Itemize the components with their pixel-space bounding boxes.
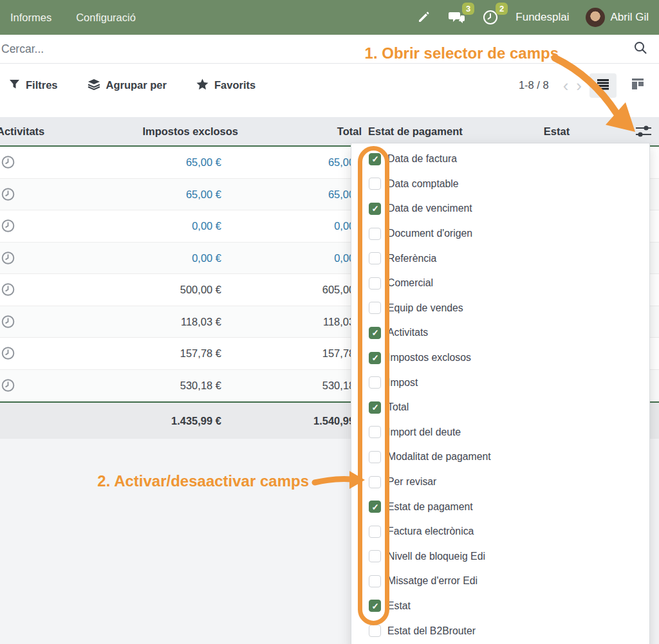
untaxed-amount: 530,18 € (64, 379, 221, 391)
total-amount: 605,00 € (232, 284, 364, 296)
checkbox-icon[interactable] (369, 302, 381, 314)
field-selector-option[interactable]: Impost (351, 370, 649, 395)
activity-clock-icon[interactable] (1, 251, 15, 264)
field-option-label: Total (387, 401, 409, 413)
main-menu: Informes Configuració (10, 12, 160, 24)
field-selector-option[interactable]: Data de venciment (351, 196, 649, 221)
field-option-label: Activitats (387, 327, 428, 338)
list-view-button[interactable] (589, 73, 617, 98)
favorites-label: Favorits (214, 79, 255, 91)
untaxed-amount: 0,00 € (64, 220, 221, 232)
activity-clock-icon[interactable] (1, 187, 15, 201)
total-amount: 65,00 € (232, 188, 364, 200)
search-input[interactable] (0, 42, 633, 56)
app-window: Informes Configuració 3 2 Fundesplai Abr… (0, 0, 659, 644)
field-selector-option[interactable]: Modalitat de pagament (351, 445, 649, 470)
checkbox-icon[interactable] (369, 178, 381, 190)
checkbox-icon[interactable] (369, 476, 381, 488)
field-selector-option[interactable]: Data comptable (351, 172, 649, 197)
field-selector-option[interactable]: Document d'origen (351, 221, 649, 246)
search-bar (0, 35, 659, 64)
activity-clock-icon[interactable] (1, 219, 15, 233)
field-option-label: Missatge d'error Edi (387, 575, 478, 587)
field-selector-option[interactable]: Factura electrònica (351, 519, 649, 544)
favorites-button[interactable]: Favorits (196, 78, 255, 93)
checkbox-icon[interactable] (369, 501, 381, 513)
checkbox-icon[interactable] (369, 600, 381, 612)
column-header-activities[interactable]: Activitats (0, 125, 44, 138)
field-selector-option[interactable]: Referència (351, 246, 649, 271)
checkbox-icon[interactable] (369, 277, 381, 290)
list-view-icon (597, 78, 609, 93)
checkbox-icon[interactable] (369, 327, 381, 339)
checkbox-icon[interactable] (369, 625, 381, 637)
field-selector-dropdown: Data de factura Data comptable Data de v… (351, 143, 650, 644)
field-option-label: Modalitat de pagament (387, 451, 491, 463)
field-selector-option[interactable]: Impostos exclosos (351, 345, 649, 371)
untaxed-amount: 118,03 € (64, 315, 221, 327)
activity-clock-icon[interactable] (1, 347, 15, 360)
pager-next-icon[interactable]: › (576, 77, 582, 94)
checkbox-icon[interactable] (369, 352, 381, 364)
kanban-view-button[interactable] (624, 73, 651, 98)
checkbox-icon[interactable] (369, 575, 381, 587)
checkbox-icon[interactable] (369, 401, 381, 414)
field-selector-option[interactable]: Total (351, 395, 649, 420)
field-selector-option[interactable]: Estat (351, 594, 649, 619)
checkbox-icon[interactable] (369, 451, 381, 463)
control-panel: Filtres Agrupar per Favorits 1-8 / 8 ‹ › (0, 64, 659, 107)
activities-clock-icon[interactable]: 2 (482, 9, 499, 26)
column-header-total[interactable]: Total (270, 125, 362, 138)
field-selector-option[interactable]: Data de factura (351, 147, 649, 172)
field-selector-option[interactable]: Per revisar (351, 470, 649, 495)
activity-clock-icon[interactable] (1, 315, 15, 328)
checkbox-icon[interactable] (369, 550, 381, 562)
pager-label: 1-8 / 8 (519, 79, 549, 91)
checkbox-icon[interactable] (369, 252, 381, 264)
field-selector-toggle-icon[interactable] (635, 124, 652, 141)
field-selector-option[interactable]: Import del deute (351, 420, 649, 445)
untaxed-amount: 500,00 € (64, 284, 221, 296)
user-menu[interactable]: Abril Gil (586, 8, 649, 27)
column-header-payment-status[interactable]: Estat de pagament (368, 125, 463, 138)
activity-clock-icon[interactable] (1, 283, 15, 297)
field-selector-option[interactable]: Estat de pagament (351, 494, 649, 519)
field-option-label: Document d'origen (387, 228, 472, 239)
untaxed-amount: 157,78 € (64, 347, 221, 360)
menu-informes[interactable]: Informes (10, 12, 51, 24)
kanban-view-icon (631, 78, 644, 93)
field-option-label: Comercial (387, 277, 433, 289)
checkbox-icon[interactable] (369, 203, 381, 215)
field-selector-option[interactable]: Missatge d'error Edi (351, 569, 649, 594)
pager-prev-icon[interactable]: ‹ (563, 77, 569, 94)
checkbox-icon[interactable] (369, 228, 381, 240)
total-amount: 530,18 € (232, 379, 364, 391)
field-selector-option[interactable]: Equip de vendes (351, 296, 649, 321)
company-name[interactable]: Fundesplai (515, 11, 569, 24)
user-name: Abril Gil (610, 11, 649, 24)
field-selector-option[interactable]: Estat del B2Brouter (351, 618, 649, 643)
activity-clock-icon[interactable] (1, 156, 15, 169)
activity-clock-icon[interactable] (1, 378, 15, 392)
field-selector-option[interactable]: Comercial (351, 271, 649, 296)
column-header-untaxed[interactable]: Impostos exclosos (84, 125, 238, 138)
top-navbar: Informes Configuració 3 2 Fundesplai Abr… (0, 0, 659, 35)
menu-configuracio[interactable]: Configuració (76, 12, 136, 24)
column-header-state[interactable]: Estat (508, 125, 605, 138)
checkbox-icon[interactable] (369, 153, 381, 165)
messages-icon[interactable]: 3 (449, 9, 465, 26)
total-amount: 0,00 € (232, 252, 364, 264)
edit-pencil-icon[interactable] (415, 9, 432, 26)
checkbox-icon[interactable] (369, 526, 381, 538)
filters-button[interactable]: Filtres (9, 79, 58, 92)
field-selector-option[interactable]: Nivell de bloqueig Edi (351, 544, 649, 569)
field-option-label: Impost (387, 377, 418, 389)
group-by-label: Agrupar per (106, 79, 167, 91)
group-by-button[interactable]: Agrupar per (88, 78, 167, 93)
field-selector-option[interactable]: Activitats (351, 320, 649, 345)
checkbox-icon[interactable] (369, 376, 381, 389)
search-icon[interactable] (633, 41, 647, 57)
untaxed-total: 1.435,99 € (64, 415, 221, 427)
checkbox-icon[interactable] (369, 426, 381, 438)
activities-badge: 2 (496, 3, 508, 15)
